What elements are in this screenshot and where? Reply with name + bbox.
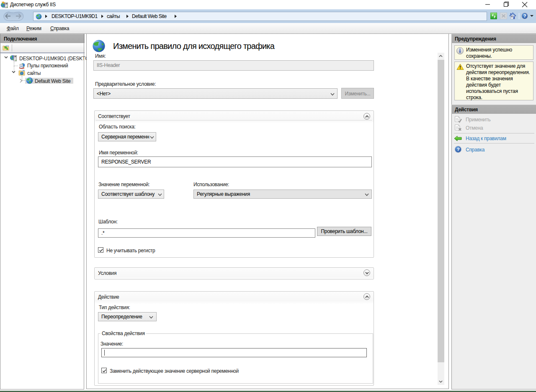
svg-text:?: ?: [457, 147, 460, 152]
svg-text:?: ?: [523, 13, 526, 18]
